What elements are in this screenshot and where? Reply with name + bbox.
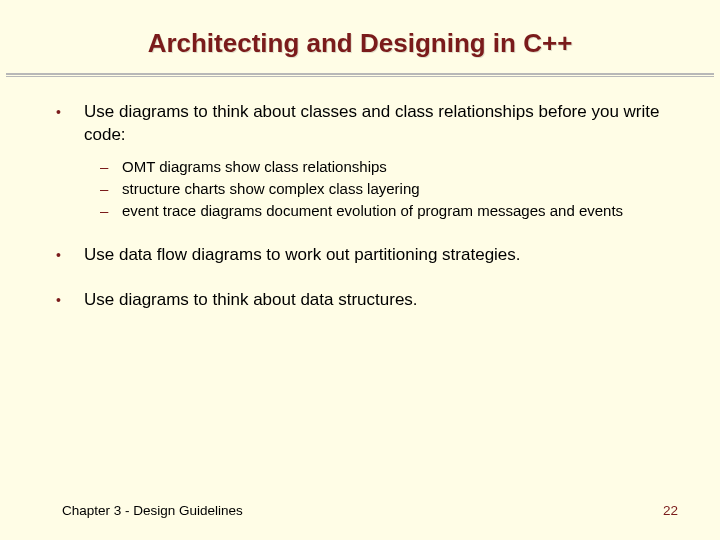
slide-title: Architecting and Designing in C++ bbox=[40, 28, 680, 59]
page-number: 22 bbox=[663, 503, 678, 518]
divider bbox=[0, 73, 720, 79]
bullet-text: Use diagrams to think about data structu… bbox=[84, 290, 418, 309]
list-item: structure charts show complex class laye… bbox=[100, 179, 662, 199]
list-item: OMT diagrams show class relationships bbox=[100, 157, 662, 177]
bullet-text: Use diagrams to think about classes and … bbox=[84, 102, 659, 144]
list-item: Use diagrams to think about classes and … bbox=[50, 101, 662, 222]
slide-footer: Chapter 3 - Design Guidelines 22 bbox=[62, 503, 678, 518]
list-item: event trace diagrams document evolution … bbox=[100, 201, 662, 221]
bullet-list: Use diagrams to think about classes and … bbox=[50, 101, 662, 312]
footer-chapter: Chapter 3 - Design Guidelines bbox=[62, 503, 243, 518]
sub-bullet-text: event trace diagrams document evolution … bbox=[122, 202, 623, 219]
sub-bullet-text: structure charts show complex class laye… bbox=[122, 180, 420, 197]
list-item: Use data flow diagrams to work out parti… bbox=[50, 244, 662, 267]
slide-body: Use diagrams to think about classes and … bbox=[40, 101, 680, 312]
sub-bullet-text: OMT diagrams show class relationships bbox=[122, 158, 387, 175]
list-item: Use diagrams to think about data structu… bbox=[50, 289, 662, 312]
slide: Architecting and Designing in C++ Use di… bbox=[0, 0, 720, 540]
sub-bullet-list: OMT diagrams show class relationships st… bbox=[100, 157, 662, 222]
bullet-text: Use data flow diagrams to work out parti… bbox=[84, 245, 521, 264]
